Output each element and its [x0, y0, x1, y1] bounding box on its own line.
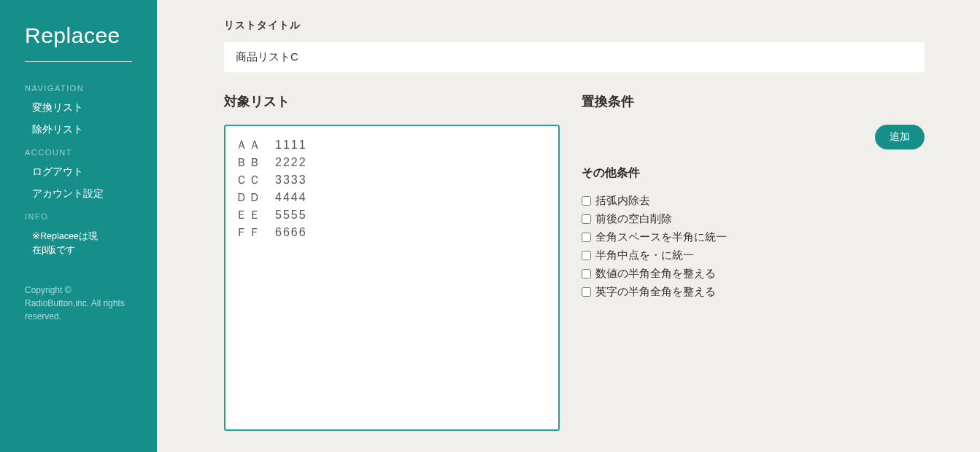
nav-heading-navigation: NAVIGATION: [0, 77, 157, 97]
checkbox-row-trim-whitespace: 前後の空白削除: [582, 212, 925, 226]
nav-item-conversion-list[interactable]: 変換リスト: [0, 97, 157, 119]
target-list-textarea[interactable]: [224, 125, 560, 431]
checkbox-trim-whitespace[interactable]: [582, 214, 591, 224]
checkbox-row-letters-width: 英字の半角全角を整える: [582, 285, 925, 299]
info-beta-note: ※Replaceeは現在β版です: [0, 225, 131, 262]
checkbox-row-middle-dot: 半角中点を・に統一: [582, 249, 925, 262]
copyright-text: Copyright © RadioButton,inc. All rights …: [0, 262, 157, 327]
checkbox-row-numbers-width: 数値の半角全角を整える: [582, 267, 925, 281]
brand-title: Replacee: [0, 17, 157, 61]
target-list-column: 対象リスト: [224, 93, 560, 434]
checkbox-row-remove-brackets: 括弧内除去: [582, 194, 925, 208]
checkbox-label[interactable]: 括弧内除去: [595, 194, 650, 208]
nav-heading-info: INFO: [0, 205, 157, 225]
checkbox-row-fullwidth-space: 全角スペースを半角に統一: [582, 230, 925, 244]
checkbox-label[interactable]: 英字の半角全角を整える: [595, 285, 716, 299]
checkbox-label[interactable]: 数値の半角全角を整える: [595, 267, 716, 281]
add-button[interactable]: 追加: [875, 125, 925, 149]
sidebar: Replacee NAVIGATION 変換リスト 除外リスト ACCOUNT …: [0, 0, 157, 452]
replace-conditions-column: 置換条件 追加 その他条件 括弧内除去 前後の空白削除 全角スペースを半角に統一…: [582, 93, 925, 434]
checkbox-remove-brackets[interactable]: [582, 196, 591, 206]
replace-conditions-label: 置換条件: [582, 93, 925, 110]
checkbox-letters-width[interactable]: [582, 287, 591, 297]
brand-divider: [25, 61, 132, 62]
list-title-label: リストタイトル: [224, 19, 936, 32]
main-content: リストタイトル 対象リスト 置換条件 追加 その他条件 括弧内除去 前後の空白削…: [157, 0, 980, 452]
target-list-label: 対象リスト: [224, 93, 560, 110]
checkbox-numbers-width[interactable]: [582, 269, 591, 278]
checkbox-label[interactable]: 前後の空白削除: [595, 212, 672, 226]
checkbox-label[interactable]: 全角スペースを半角に統一: [595, 230, 727, 244]
checkbox-middle-dot[interactable]: [582, 251, 591, 260]
nav-item-account-settings[interactable]: アカウント設定: [0, 183, 157, 205]
list-title-input[interactable]: [224, 42, 925, 72]
nav-item-logout[interactable]: ログアウト: [0, 161, 157, 183]
nav-item-exclusion-list[interactable]: 除外リスト: [0, 119, 157, 141]
checkbox-label[interactable]: 半角中点を・に統一: [595, 249, 694, 262]
nav-heading-account: ACCOUNT: [0, 141, 157, 161]
checkbox-fullwidth-space[interactable]: [582, 233, 591, 242]
other-conditions-label: その他条件: [582, 165, 925, 181]
